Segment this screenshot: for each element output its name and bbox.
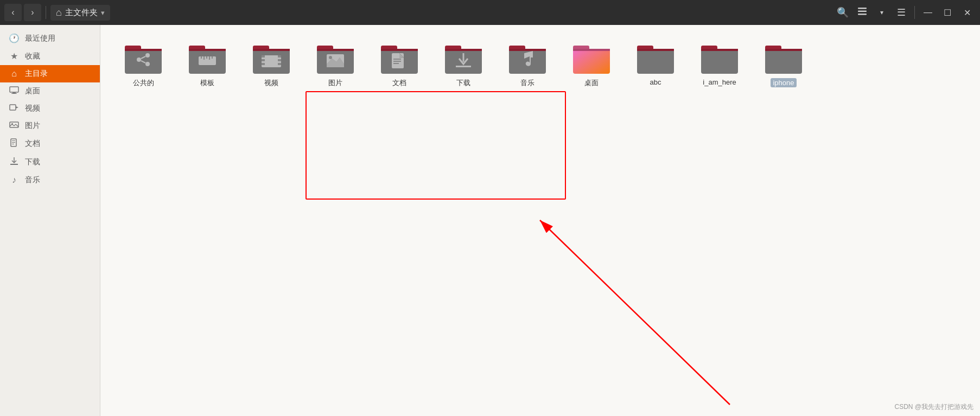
chevron-icon: ▾ (880, 9, 883, 16)
svg-rect-14 (10, 164, 18, 165)
watermark: CSDN @我先去打把游戏先 (894, 402, 973, 412)
maximize-button[interactable]: ☐ (939, 4, 956, 21)
folder-videos[interactable]: 视频 (241, 36, 301, 93)
downloads-icon (9, 157, 20, 168)
svg-rect-6 (10, 105, 16, 110)
svg-rect-12 (12, 142, 15, 143)
folder-templates-label: 模板 (200, 78, 214, 88)
main-area: 🕐 最近使用 ★ 收藏 ⌂ 主目录 桌面 (0, 25, 980, 416)
svg-rect-40 (278, 59, 281, 61)
folder-abc[interactable]: abc (626, 36, 685, 93)
svg-rect-64 (573, 49, 610, 74)
sidebar: 🕐 最近使用 ★ 收藏 ⌂ 主目录 桌面 (0, 25, 100, 416)
sidebar-item-recent[interactable]: 🕐 最近使用 (0, 29, 100, 47)
folder-music[interactable]: 音乐 (498, 36, 557, 93)
folder-abc-label: abc (650, 78, 661, 86)
svg-rect-62 (509, 49, 546, 51)
desktop-icon (9, 86, 20, 96)
sidebar-label-bookmarks: 收藏 (25, 52, 40, 61)
sidebar-label-desktop: 桌面 (25, 86, 40, 96)
folder-public[interactable]: 公共的 (113, 36, 173, 93)
folder-templates[interactable]: 模板 (177, 36, 237, 93)
hamburger-icon: ☰ (897, 7, 906, 18)
svg-rect-70 (701, 49, 738, 74)
svg-rect-13 (12, 144, 14, 144)
sidebar-item-downloads[interactable]: 下载 (0, 153, 100, 171)
svg-rect-72 (701, 49, 738, 51)
folder-abc-icon (636, 41, 675, 75)
view-toggle-button[interactable] (854, 4, 871, 21)
svg-rect-38 (262, 63, 265, 65)
svg-rect-41 (278, 63, 281, 65)
home-sidebar-icon: ⌂ (9, 69, 20, 79)
folder-i-am-here[interactable]: i_am_here (690, 36, 749, 93)
file-content: 公共的 模板 (100, 25, 980, 416)
folder-public-label: 公共的 (133, 78, 154, 88)
sidebar-label-videos: 视频 (25, 104, 40, 113)
folder-iphone-icon (764, 41, 803, 75)
back-button[interactable]: ‹ (4, 4, 22, 21)
svg-marker-7 (16, 106, 18, 108)
svg-rect-5 (11, 93, 17, 94)
video-icon (9, 104, 20, 113)
file-grid: 公共的 模板 (113, 36, 967, 93)
documents-icon (9, 138, 20, 149)
folder-documents-icon (380, 41, 419, 75)
folder-music-icon (508, 41, 547, 75)
folder-i-am-here-icon (700, 41, 739, 75)
sidebar-label-music: 音乐 (25, 175, 40, 185)
folder-documents[interactable]: 文档 (370, 36, 429, 93)
folder-pictures[interactable]: 图片 (306, 36, 365, 93)
svg-rect-39 (278, 55, 281, 57)
forward-icon: › (31, 8, 34, 17)
sidebar-item-videos[interactable]: 视频 (0, 100, 100, 117)
sidebar-item-documents[interactable]: 文档 (0, 135, 100, 153)
sidebar-item-home[interactable]: ⌂ 主目录 (0, 65, 100, 82)
close-button[interactable]: ✕ (958, 4, 976, 21)
recent-icon: 🕐 (9, 33, 20, 43)
svg-line-77 (540, 220, 730, 405)
svg-rect-11 (12, 140, 15, 141)
svg-rect-53 (393, 61, 401, 62)
close-icon: ✕ (964, 8, 971, 18)
svg-point-19 (145, 53, 150, 57)
folder-public-icon (124, 41, 163, 75)
minimize-icon: — (924, 8, 932, 17)
svg-rect-75 (765, 49, 802, 51)
sidebar-item-pictures[interactable]: 图片 (0, 117, 100, 135)
sep2 (914, 6, 915, 19)
svg-rect-25 (189, 49, 226, 51)
minimize-button[interactable]: — (919, 4, 937, 21)
location-bar[interactable]: ⌂ 主文件夹 ▾ (50, 5, 110, 21)
selection-box (306, 91, 566, 200)
sidebar-label-recent: 最近使用 (25, 34, 55, 43)
svg-point-46 (329, 56, 332, 59)
svg-point-20 (145, 62, 150, 66)
folder-downloads-label: 下载 (456, 78, 470, 88)
forward-button[interactable]: › (24, 4, 41, 21)
sidebar-label-downloads: 下载 (25, 157, 40, 167)
menu-button[interactable]: ☰ (893, 4, 910, 21)
svg-rect-44 (317, 49, 354, 51)
svg-rect-4 (12, 92, 16, 93)
annotation-arrow (415, 193, 795, 416)
svg-rect-67 (637, 49, 674, 74)
folder-music-label: 音乐 (520, 78, 534, 88)
picture-icon (9, 121, 20, 131)
separator (46, 6, 46, 19)
svg-rect-3 (10, 87, 18, 92)
sidebar-label-pictures: 图片 (25, 121, 40, 131)
folder-templates-icon (188, 41, 227, 75)
sidebar-item-music[interactable]: ♪ 音乐 (0, 171, 100, 189)
search-button[interactable]: 🔍 (834, 4, 851, 21)
view-chevron-button[interactable]: ▾ (873, 4, 890, 21)
sidebar-item-desktop[interactable]: 桌面 (0, 82, 100, 100)
folder-desktop[interactable]: 桌面 (562, 36, 621, 93)
svg-rect-57 (445, 49, 482, 51)
folder-downloads[interactable]: 下载 (434, 36, 493, 93)
folder-videos-label: 视频 (264, 78, 278, 88)
folder-pictures-label: 图片 (328, 78, 342, 88)
star-icon: ★ (9, 51, 20, 61)
sidebar-item-bookmarks[interactable]: ★ 收藏 (0, 47, 100, 65)
folder-iphone[interactable]: iphone (754, 36, 813, 93)
